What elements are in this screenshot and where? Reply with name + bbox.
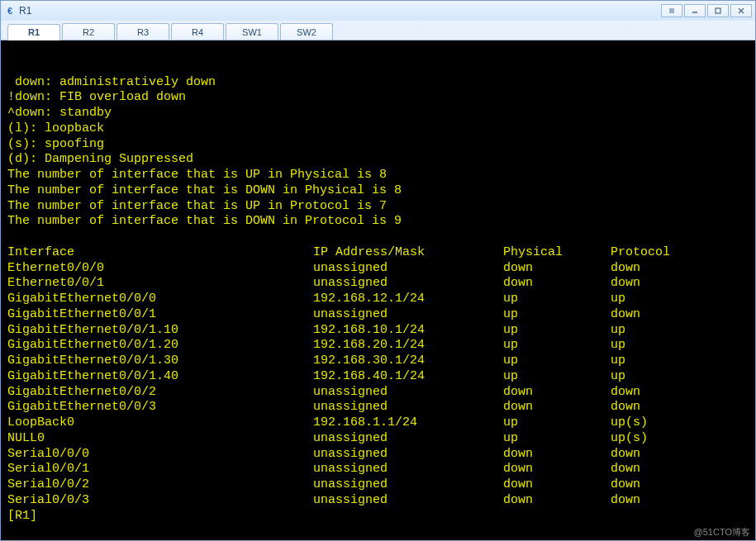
- tabbar: R1R2R3R4SW1SW2: [1, 21, 755, 40]
- tab-sw1[interactable]: SW1: [226, 23, 278, 40]
- interface-row: Serial0/0/1unassigneddowndown: [7, 462, 749, 477]
- physical-status: down: [503, 477, 611, 493]
- protocol-status: up: [611, 292, 749, 307]
- terminal-line: down: administratively down: [7, 75, 749, 91]
- interface-name: Interface: [7, 245, 313, 261]
- tab-sw2[interactable]: SW2: [280, 23, 333, 40]
- interface-row: Serial0/0/2unassigneddowndown: [7, 477, 749, 493]
- dropdown-button[interactable]: [661, 4, 682, 17]
- physical-status: up: [503, 323, 611, 339]
- physical-status: up: [503, 369, 611, 385]
- interface-name: GigabitEthernet0/0/1.30: [7, 354, 313, 369]
- protocol-status: down: [611, 276, 749, 292]
- interface-name: GigabitEthernet0/0/1: [7, 307, 313, 323]
- ip-address: 192.168.1.1/24: [313, 415, 503, 431]
- physical-status: up: [503, 431, 611, 447]
- interface-name: LoopBack0: [7, 415, 313, 431]
- physical-status: up: [503, 338, 611, 354]
- interface-row: GigabitEthernet0/0/0192.168.12.1/24upup: [7, 292, 749, 307]
- physical-status: down: [503, 462, 611, 477]
- watermark: @51CTO博客: [694, 527, 750, 539]
- interface-row: LoopBack0192.168.1.1/24upup(s): [7, 415, 749, 431]
- protocol-status: up(s): [611, 415, 749, 431]
- ip-address: 192.168.20.1/24: [313, 338, 503, 354]
- app-window: € R1 R1R2R3R4SW1SW2 down: administrative…: [0, 0, 756, 541]
- tab-r1[interactable]: R1: [7, 24, 60, 40]
- ip-address: unassigned: [313, 431, 503, 447]
- interface-row: GigabitEthernet0/0/1.30192.168.30.1/24up…: [7, 354, 749, 369]
- protocol-status: down: [611, 447, 749, 463]
- protocol-status: down: [611, 385, 749, 401]
- app-icon: €: [4, 5, 16, 17]
- interface-header-row: InterfaceIP Address/MaskPhysicalProtocol: [7, 245, 749, 261]
- tab-r4[interactable]: R4: [171, 23, 224, 40]
- maximize-button[interactable]: [707, 4, 729, 17]
- physical-status: down: [503, 447, 611, 463]
- protocol-status: Protocol: [611, 245, 749, 261]
- protocol-status: up: [611, 338, 749, 354]
- ip-address: 192.168.10.1/24: [313, 323, 503, 339]
- interface-row: Serial0/0/0unassigneddowndown: [7, 447, 749, 463]
- terminal-line: The number of interface that is DOWN in …: [7, 183, 749, 199]
- terminal-line: (s): spoofing: [7, 137, 749, 153]
- ip-address: unassigned: [313, 493, 503, 509]
- ip-address: unassigned: [313, 276, 503, 292]
- interface-name: NULL0: [7, 431, 313, 447]
- terminal-line: The number of interface that is UP in Ph…: [7, 168, 749, 183]
- interface-row: NULL0unassignedupup(s): [7, 431, 749, 447]
- interface-name: GigabitEthernet0/0/1.40: [7, 369, 313, 385]
- ip-address: unassigned: [313, 261, 503, 277]
- ip-address: unassigned: [313, 447, 503, 463]
- protocol-status: down: [611, 261, 749, 277]
- ip-address: 192.168.12.1/24: [313, 292, 503, 307]
- protocol-status: down: [611, 462, 749, 477]
- physical-status: down: [503, 385, 611, 401]
- interface-name: GigabitEthernet0/0/0: [7, 292, 313, 307]
- interface-name: GigabitEthernet0/0/1.10: [7, 323, 313, 339]
- physical-status: down: [503, 276, 611, 292]
- interface-name: GigabitEthernet0/0/1.20: [7, 338, 313, 354]
- ip-address: unassigned: [313, 462, 503, 477]
- protocol-status: down: [611, 477, 749, 493]
- ip-address: unassigned: [313, 400, 503, 415]
- ip-address: 192.168.30.1/24: [313, 354, 503, 369]
- terminal-line: ^down: standby: [7, 106, 749, 121]
- terminal-line: The number of interface that is DOWN in …: [7, 214, 749, 230]
- interface-name: GigabitEthernet0/0/2: [7, 385, 313, 401]
- protocol-status: up: [611, 323, 749, 339]
- terminal-line: [7, 230, 749, 245]
- interface-name: GigabitEthernet0/0/3: [7, 400, 313, 415]
- protocol-status: up: [611, 354, 749, 369]
- window-controls: [661, 4, 752, 17]
- physical-status: up: [503, 292, 611, 307]
- interface-row: Ethernet0/0/1unassigneddowndown: [7, 276, 749, 292]
- protocol-status: up(s): [611, 431, 749, 447]
- minimize-button[interactable]: [684, 4, 706, 17]
- interface-name: Serial0/0/2: [7, 477, 313, 493]
- interface-name: Ethernet0/0/0: [7, 261, 313, 277]
- interface-row: GigabitEthernet0/0/1.10192.168.10.1/24up…: [7, 323, 749, 339]
- close-button[interactable]: [730, 4, 752, 17]
- ip-address: unassigned: [313, 385, 503, 401]
- physical-status: up: [503, 354, 611, 369]
- terminal[interactable]: down: administratively down!down: FIB ov…: [1, 40, 755, 540]
- titlebar: € R1: [1, 1, 755, 21]
- terminal-line: (l): loopback: [7, 121, 749, 137]
- interface-row: GigabitEthernet0/0/2unassigneddowndown: [7, 385, 749, 401]
- interface-name: Serial0/0/0: [7, 447, 313, 463]
- physical-status: down: [503, 493, 611, 509]
- interface-row: GigabitEthernet0/0/1.20192.168.20.1/24up…: [7, 338, 749, 354]
- tab-r3[interactable]: R3: [116, 23, 169, 40]
- protocol-status: up: [611, 369, 749, 385]
- terminal-line: !down: FIB overload down: [7, 90, 749, 106]
- tab-r2[interactable]: R2: [62, 23, 115, 40]
- interface-name: Ethernet0/0/1: [7, 276, 313, 292]
- interface-row: GigabitEthernet0/0/1unassignedupdown: [7, 307, 749, 323]
- terminal-line: (d): Dampening Suppressed: [7, 152, 749, 168]
- ip-address: unassigned: [313, 307, 503, 323]
- physical-status: down: [503, 261, 611, 277]
- interface-name: Serial0/0/1: [7, 462, 313, 477]
- interface-row: GigabitEthernet0/0/3unassigneddowndown: [7, 400, 749, 415]
- ip-address: 192.168.40.1/24: [313, 369, 503, 385]
- protocol-status: down: [611, 307, 749, 323]
